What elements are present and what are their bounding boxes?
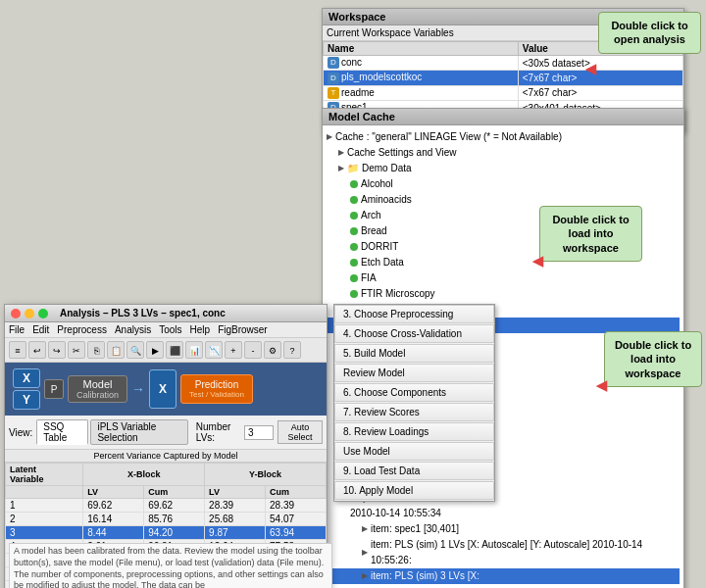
toolbar-btn-15[interactable]: ? — [283, 341, 301, 359]
th-lv2 — [6, 486, 83, 499]
toolbar-btn-5[interactable]: ⎘ — [87, 341, 105, 359]
window-titlebar: Analysis – PLS 3 LVs – spec1, conc — [5, 305, 327, 322]
arrow-model-to-pred: → — [131, 381, 145, 397]
window-menubar: FileEditPreprocessAnalysisToolsHelpFigBr… — [5, 322, 327, 338]
callout-load-workspace-1: Double click to load into workspace — [539, 206, 642, 262]
workflow-button[interactable]: 9. Load Test Data — [334, 462, 494, 480]
y-block: Y — [13, 390, 40, 410]
workflow-button[interactable]: 7. Review Scores — [334, 403, 494, 421]
th-yblock: Y-Block — [205, 464, 327, 486]
workflow-button[interactable]: 6. Choose Components — [334, 383, 494, 402]
workspace-var-name[interactable]: Dpls_modelscottkoc — [324, 71, 519, 85]
xy-blocks: X Y — [13, 368, 40, 410]
calibration-label: Calibration — [76, 390, 119, 400]
arrow-load-workspace-2: ◀ — [596, 377, 607, 393]
variance-header: Percent Variance Captured by Model — [5, 450, 327, 463]
view-section: View: SSQ TableiPLS Variable Selection N… — [5, 416, 327, 450]
callout-open-analysis: Double click to open analysis — [598, 12, 701, 54]
model-label: Model — [83, 378, 113, 390]
prediction-label: Prediction — [195, 379, 238, 390]
menu-item[interactable]: Help — [190, 324, 211, 335]
model-block: Model Calibration — [68, 375, 127, 403]
minimize-button[interactable] — [25, 309, 34, 318]
toolbar-btn-12[interactable]: + — [225, 341, 242, 359]
menu-item[interactable]: Analysis — [115, 324, 151, 335]
tree-item[interactable]: ▶item: PLS (sim) 1 LVs [X: Autoscale] [Y… — [327, 537, 680, 568]
tree-item[interactable]: 2010-10-14 10:55:34 — [327, 506, 680, 521]
menu-item[interactable]: Edit — [32, 324, 49, 335]
workspace-var-value: <7x67 char> — [518, 71, 682, 85]
toolbar-btn-8[interactable]: ▶ — [146, 341, 164, 359]
tree-item[interactable]: FIA — [327, 270, 680, 286]
nlv-input[interactable] — [244, 425, 274, 440]
toolbar-btn-6[interactable]: 📋 — [107, 341, 125, 359]
status-text: A model has been calibrated from the dat… — [9, 543, 332, 588]
tree-item[interactable]: ▶item: spec1 [30,401] — [327, 521, 680, 537]
arrow-open-analysis: ◀ — [585, 61, 596, 76]
analysis-toolbar: ≡ ↩ ↪ ✂ ⎘ 📋 🔍 ▶ ⬛ 📊 📉 + - ⚙ ? — [5, 338, 327, 363]
model-cache-title: Model Cache — [323, 109, 683, 125]
tree-item[interactable]: ▶item: PLS (sim) 3 LVs [X: — [327, 568, 680, 584]
callout-load-workspace-2: Double click to load into workspace — [604, 331, 702, 387]
workspace-var-value: <30x5 dataset> — [518, 56, 682, 71]
workflow-button[interactable]: 3. Choose Preprocessing — [334, 305, 494, 323]
workflow-button[interactable]: 5. Build Model — [334, 344, 494, 363]
view-label: View: — [9, 427, 32, 438]
menu-item[interactable]: Preprocess — [57, 324, 107, 335]
th-lv-col: LV — [83, 486, 144, 499]
menu-item[interactable]: FigBrowser — [218, 324, 268, 335]
p-block: P — [44, 379, 64, 399]
col-name-header: Name — [324, 42, 519, 56]
workspace-var-value: <7x67 char> — [518, 85, 682, 100]
nlv-label: Number LVs: — [196, 421, 240, 443]
table-row[interactable]: 216.1485.7625.6854.07 — [6, 513, 327, 526]
analysis-window: Analysis – PLS 3 LVs – spec1, conc FileE… — [4, 304, 328, 588]
right-panel: 3. Choose Preprocessing4. Choose Cross-V… — [333, 304, 495, 502]
tree-item[interactable]: ▶Cache Settings and View — [327, 145, 680, 161]
tree-item[interactable]: ▶📁Demo Data — [327, 161, 680, 176]
menu-item[interactable]: Tools — [159, 324, 181, 335]
tree-item[interactable]: FTIR Microscopy — [327, 286, 680, 302]
x2-block: X — [149, 369, 176, 409]
toolbar-btn-1[interactable]: ≡ — [9, 341, 26, 359]
workflow-button[interactable]: Use Model — [334, 442, 494, 461]
th-xblock: X-Block — [83, 464, 205, 486]
arrow-load-workspace-1: ◀ — [532, 253, 543, 269]
toolbar-btn-4[interactable]: ✂ — [68, 341, 85, 359]
x-block: X — [13, 368, 40, 388]
auto-select-button[interactable]: Auto Select — [277, 420, 323, 444]
toolbar-btn-10[interactable]: 📊 — [185, 341, 203, 359]
workflow-button[interactable]: 10. Apply Model — [334, 481, 494, 500]
workflow-button[interactable]: Review Model — [334, 364, 494, 382]
view-tabs: SSQ TableiPLS Variable Selection — [36, 419, 188, 445]
workspace-var-name[interactable]: Treadme — [324, 85, 519, 100]
view-tab[interactable]: iPLS Variable Selection — [90, 419, 187, 445]
toolbar-btn-14[interactable]: ⚙ — [264, 341, 281, 359]
th-cum-col1: Cum — [144, 486, 205, 499]
toolbar-btn-11[interactable]: 📉 — [205, 341, 223, 359]
table-row[interactable]: 38.4494.209.8763.94 — [6, 526, 327, 540]
nlv-section: Number LVs: Auto Select — [196, 420, 323, 444]
cache-root: ▶Cache : "general" LINEAGE View (* = Not… — [327, 129, 680, 145]
maximize-button[interactable] — [38, 309, 48, 318]
toolbar-btn-3[interactable]: ↪ — [48, 341, 66, 359]
menu-item[interactable]: File — [9, 324, 25, 335]
toolbar-btn-2[interactable]: ↩ — [28, 341, 46, 359]
workspace-var-name[interactable]: Dconc — [324, 56, 519, 71]
toolbar-btn-13[interactable]: - — [244, 341, 262, 359]
th-lv-col2: LV — [205, 486, 266, 499]
toolbar-btn-9[interactable]: ⬛ — [166, 341, 183, 359]
view-tab[interactable]: SSQ Table — [36, 419, 88, 445]
toolbar-btn-7[interactable]: 🔍 — [126, 341, 144, 359]
window-title: Analysis – PLS 3 LVs – spec1, conc — [60, 308, 226, 318]
table-row[interactable]: 169.6269.6228.3928.39 — [6, 499, 327, 513]
workflow-button[interactable]: 8. Review Loadings — [334, 422, 494, 441]
workflow-button[interactable]: 4. Choose Cross-Validation — [334, 324, 494, 343]
close-button[interactable] — [11, 309, 21, 318]
tree-item[interactable]: Alcohol — [327, 176, 680, 192]
prediction-block: Prediction Test / Validation — [180, 374, 253, 404]
test-label: Test / Validation — [189, 390, 244, 399]
th-cum-col2: Cum — [266, 486, 327, 499]
th-lv: LatentVariable — [6, 464, 83, 486]
model-diagram: X Y P Model Calibration → X Prediction T… — [5, 363, 327, 416]
